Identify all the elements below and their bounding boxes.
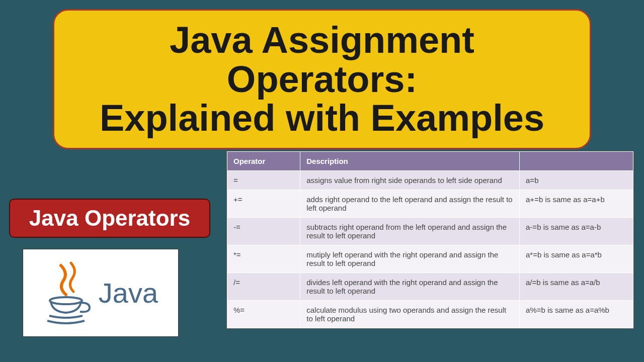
cell-description: subtracts right operand from the left op… xyxy=(300,218,520,245)
subtitle-box: Java Operators xyxy=(9,199,210,238)
table-header-row: Operator Description xyxy=(227,152,633,171)
cell-description: divides left operand with the right oper… xyxy=(300,273,520,301)
cell-operator: -= xyxy=(227,218,300,245)
cell-example: a+=b is same as a=a+b xyxy=(520,190,633,218)
table-row: =assigns value from right side operands … xyxy=(227,171,633,190)
cell-operator: *= xyxy=(227,245,300,273)
cell-example: a/=b is same as a=a/b xyxy=(520,273,633,301)
table-row: *=mutiply left operand with the right op… xyxy=(227,245,633,273)
subtitle-text: Java Operators xyxy=(29,206,190,230)
title-line1: Java Assignment Operators: xyxy=(69,21,575,99)
cell-description: calculate modulus using two operands and… xyxy=(300,301,520,328)
cell-operator: = xyxy=(227,171,300,190)
cell-example: a*=b is same as a=a*b xyxy=(520,245,633,273)
operators-table: Operator Description =assigns value from… xyxy=(227,151,633,328)
table-row: -=subtracts right operand from the left … xyxy=(227,218,633,245)
cell-description: adds right operand to the left operand a… xyxy=(300,190,520,218)
cell-example: a-=b is same as a=a-b xyxy=(520,218,633,245)
table-row: +=adds right operand to the left operand… xyxy=(227,190,633,218)
table-header-description: Description xyxy=(300,152,520,171)
cell-description: assigns value from right side operands t… xyxy=(300,171,520,190)
cell-operator: += xyxy=(227,190,300,218)
operators-table-box: Operator Description =assigns value from… xyxy=(226,151,634,329)
java-cup-icon xyxy=(43,260,94,326)
table-row: %=calculate modulus using two operands a… xyxy=(227,301,633,328)
cell-description: mutiply left operand with the right oper… xyxy=(300,245,520,273)
title-line2: Explained with Examples xyxy=(69,99,575,138)
table-header-operator: Operator xyxy=(227,152,300,171)
table-row: /=divides left operand with the right op… xyxy=(227,273,633,301)
cell-operator: %= xyxy=(227,301,300,328)
cell-example: a%=b is same as a=a%b xyxy=(520,301,633,328)
java-logo-text: Java xyxy=(99,277,158,309)
table-header-example xyxy=(520,152,633,171)
cell-operator: /= xyxy=(227,273,300,301)
svg-point-0 xyxy=(50,297,82,304)
cell-example: a=b xyxy=(520,171,633,190)
title-box: Java Assignment Operators: Explained wit… xyxy=(53,9,591,149)
java-logo-box: Java xyxy=(23,249,179,337)
